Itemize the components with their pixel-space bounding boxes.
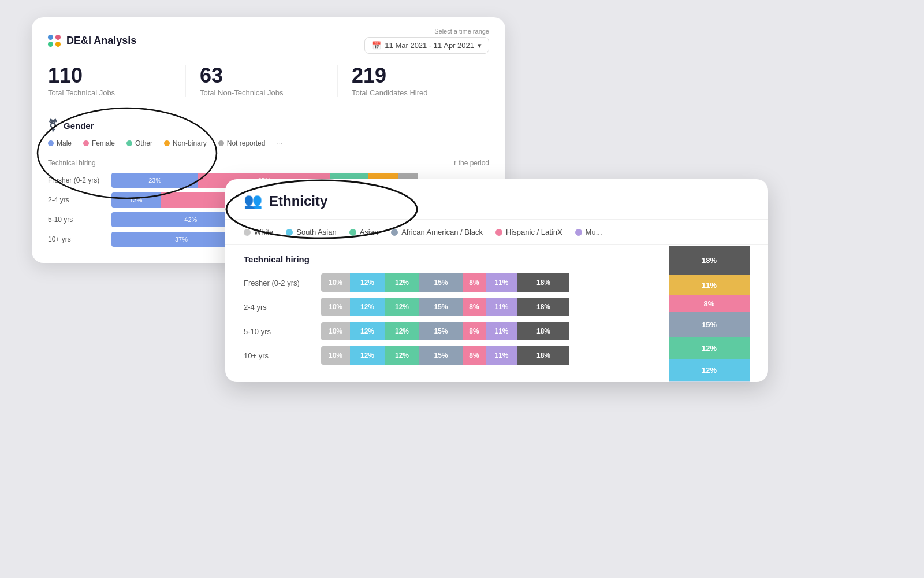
bar-seg-male: 23% (111, 173, 198, 188)
progress-sidebar: 18% 11% 8% 15% 12% 12% 10% Previous Year (669, 246, 750, 382)
seg-other-eth: 18% (517, 298, 569, 316)
gender-section-title: ⚧ Gender (32, 109, 505, 139)
legend-dot-male (48, 140, 54, 146)
eth-bar-2-4: 10% 12% 12% 15% 8% 11% 18% (321, 298, 610, 316)
progress-seg-pink: 8% (669, 295, 750, 312)
legend-label-asian: Asian (360, 228, 379, 236)
progress-seg-yellow: 11% (669, 275, 750, 295)
app-title: DE&I Analysis (48, 35, 136, 47)
legend-label-other: Other (135, 139, 152, 147)
seg-afam: 15% (419, 346, 463, 365)
gender-chart-period: r the period (454, 159, 489, 167)
progress-seg-slate: 15% (669, 312, 750, 337)
seg-south-asian: 12% (350, 346, 385, 365)
legend-other: Other (126, 139, 152, 147)
stat-hired: 219 Total Candidates Hired (352, 65, 489, 97)
eth-label-10plus: 10+ yrs (244, 351, 313, 360)
legend-label-male: Male (57, 139, 72, 147)
legend-dot-nonbinary (164, 140, 170, 146)
gender-legend: Male Female Other Non-binary Not reporte… (32, 139, 505, 154)
seg-multi: 11% (486, 273, 517, 292)
app-logo (48, 35, 61, 47)
ethnicity-title: Ethnicity (269, 193, 327, 209)
stats-row: 110 Total Technical Jobs 63 Total Non-Te… (32, 54, 505, 109)
legend-overflow: ··· (277, 139, 282, 147)
seg-white: 10% (321, 298, 350, 316)
seg-hispanic: 8% (463, 346, 486, 365)
legend-dot-african-american (391, 229, 398, 236)
progress-stack: 18% 11% 8% 15% 12% 12% 10% (669, 246, 750, 382)
progress-seg-green: 12% (669, 337, 750, 359)
legend-dot-female (83, 140, 89, 146)
stat-hired-label: Total Candidates Hired (352, 88, 475, 97)
legend-white: White (244, 228, 273, 236)
stat-nontechnical-jobs: 63 Total Non-Technical Jobs (200, 65, 338, 97)
time-range-selector: Select a time range 📅 11 Mar 2021 - 11 A… (364, 28, 489, 54)
chart-label-5-10: 5-10 yrs (48, 216, 106, 224)
legend-dot-multiracial (575, 229, 582, 236)
legend-male: Male (48, 139, 72, 147)
legend-nonbinary: Non-binary (164, 139, 207, 147)
stat-nontechnical-jobs-number: 63 (200, 65, 323, 86)
ethnicity-header: 👥 Ethnicity (225, 179, 768, 220)
seg-south-asian: 12% (350, 298, 385, 316)
seg-south-asian: 12% (350, 322, 385, 340)
chart-label-fresher: Fresher (0-2 yrs) (48, 176, 106, 184)
eth-chart-title: Technical hiring (244, 254, 310, 264)
legend-label-multiracial: Mu... (586, 228, 602, 236)
seg-multi: 11% (486, 322, 517, 340)
legend-dot-south-asian (286, 229, 293, 236)
seg-white: 10% (321, 322, 350, 340)
card-header: DE&I Analysis Select a time range 📅 11 M… (32, 17, 505, 54)
legend-dot-other (126, 140, 132, 146)
ethnicity-card: 👥 Ethnicity White South Asian Asian Afri… (225, 179, 768, 382)
ethnicity-icon: 👥 (244, 192, 262, 210)
seg-afam: 15% (419, 298, 463, 316)
legend-south-asian: South Asian (286, 228, 336, 236)
legend-hispanic: Hispanic / LatinX (495, 228, 562, 236)
legend-dot-hispanic (495, 229, 502, 236)
progress-seg-light: 10% (669, 381, 750, 382)
legend-dot-notreported (218, 140, 224, 146)
seg-white: 10% (321, 273, 350, 292)
app-title-text: DE&I Analysis (66, 35, 136, 47)
chevron-down-icon: ▾ (478, 41, 482, 50)
chart-label-2-4: 2-4 yrs (48, 196, 106, 204)
legend-label-african-american: African American / Black (401, 228, 483, 236)
legend-label-white: White (254, 228, 273, 236)
eth-label-5-10: 5-10 yrs (244, 327, 313, 336)
gender-title-text: Gender (64, 121, 94, 131)
stat-technical-jobs: 110 Total Technical Jobs (48, 65, 186, 97)
seg-asian: 12% (385, 298, 419, 316)
legend-label-notreported: Not reported (227, 139, 266, 147)
stat-technical-jobs-number: 110 (48, 65, 172, 86)
ethnicity-legend: White South Asian Asian African American… (225, 220, 768, 245)
stat-hired-number: 219 (352, 65, 475, 86)
seg-asian: 12% (385, 273, 419, 292)
legend-label-female: Female (92, 139, 115, 147)
seg-hispanic: 8% (463, 298, 486, 316)
legend-asian: Asian (349, 228, 379, 236)
seg-other-eth: 18% (517, 346, 569, 365)
legend-dot-asian (349, 229, 356, 236)
seg-asian: 12% (385, 322, 419, 340)
time-range-value: 11 Mar 2021 - 11 Apr 2021 (385, 41, 474, 50)
legend-african-american: African American / Black (391, 228, 483, 236)
seg-other-eth: 18% (517, 273, 569, 292)
progress-seg-cyan: 12% (669, 359, 750, 381)
legend-label-nonbinary: Non-binary (173, 139, 207, 147)
time-range-button[interactable]: 📅 11 Mar 2021 - 11 Apr 2021 ▾ (364, 37, 489, 54)
eth-bar-5-10: 10% 12% 12% 15% 8% 11% 18% (321, 322, 610, 340)
legend-notreported: Not reported (218, 139, 266, 147)
gender-chart-title: Technical hiring (48, 159, 96, 167)
legend-dot-white (244, 229, 251, 236)
legend-multiracial: Mu... (575, 228, 602, 236)
seg-hispanic: 8% (463, 273, 486, 292)
seg-hispanic: 8% (463, 322, 486, 340)
legend-label-hispanic: Hispanic / LatinX (506, 228, 562, 236)
calendar-icon: 📅 (372, 41, 381, 50)
seg-afam: 15% (419, 273, 463, 292)
eth-label-fresher: Fresher (0-2 yrs) (244, 279, 313, 287)
eth-label-2-4: 2-4 yrs (244, 303, 313, 312)
stat-nontechnical-jobs-label: Total Non-Technical Jobs (200, 88, 323, 97)
